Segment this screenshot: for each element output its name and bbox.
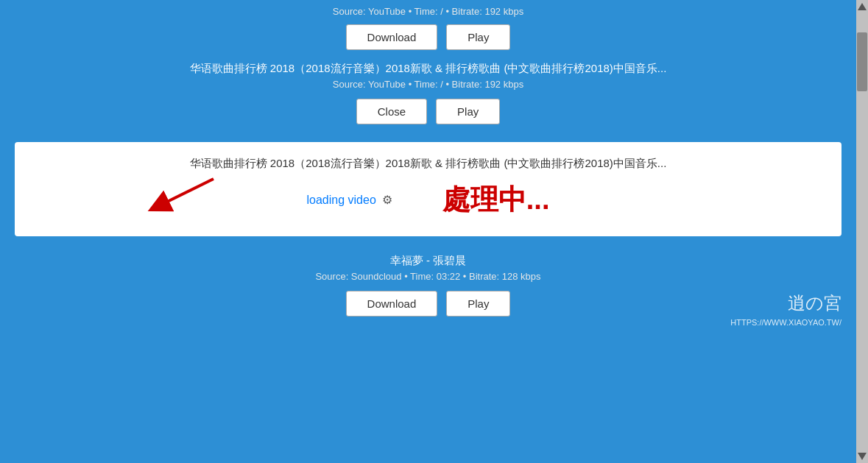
processing-label: 處理中... — [442, 181, 550, 219]
top-play-button[interactable]: Play — [446, 24, 510, 50]
card-soundcloud-1: 幸福夢 - 張碧晨 Source: Soundcloud • Time: 03:… — [0, 242, 856, 328]
card-3-download-button[interactable]: Download — [346, 291, 438, 317]
card-3-play-button[interactable]: Play — [446, 291, 510, 317]
top-card-subtitle: Source: YouTube • Time: / • Bitrate: 192… — [15, 6, 841, 17]
card-1-play-button[interactable]: Play — [436, 99, 500, 124]
gear-icon: ⚙ — [382, 193, 392, 207]
svg-line-1 — [158, 179, 214, 206]
scrollbar[interactable] — [856, 0, 868, 463]
card-youtube-1: 华语歌曲排行榜 2018（2018流行音樂）2018新歌 & 排行榜歌曲 (中文… — [0, 50, 856, 136]
loading-card-title: 华语歌曲排行榜 2018（2018流行音樂）2018新歌 & 排行榜歌曲 (中文… — [29, 157, 827, 171]
card-3-subtitle: Source: Soundcloud • Time: 03:22 • Bitra… — [15, 271, 841, 282]
red-arrow-icon — [144, 175, 217, 215]
loading-text: loading video — [307, 194, 376, 207]
top-partial-card: Source: YouTube • Time: / • Bitrate: 192… — [0, 0, 856, 50]
card-1-close-button[interactable]: Close — [356, 99, 427, 124]
loading-area: loading video ⚙ 處理中... — [29, 181, 827, 219]
card-3-title: 幸福夢 - 張碧晨 — [15, 254, 841, 268]
card-3-buttons: Download Play — [15, 291, 841, 317]
card-1-buttons: Close Play — [15, 99, 841, 124]
top-download-button[interactable]: Download — [346, 24, 438, 50]
loading-card: 华语歌曲排行榜 2018（2018流行音樂）2018新歌 & 排行榜歌曲 (中文… — [15, 142, 841, 236]
card-1-subtitle: Source: YouTube • Time: / • Bitrate: 192… — [15, 79, 841, 90]
scrollbar-arrow-up[interactable] — [858, 3, 867, 10]
scrollbar-thumb[interactable] — [857, 32, 867, 91]
card-1-title: 华语歌曲排行榜 2018（2018流行音樂）2018新歌 & 排行榜歌曲 (中文… — [15, 62, 841, 76]
scrollbar-arrow-down[interactable] — [858, 453, 867, 460]
top-card-buttons: Download Play — [15, 24, 841, 50]
watermark-url: HTTPS://WWW.XIAOYAO.TW/ — [730, 318, 841, 327]
